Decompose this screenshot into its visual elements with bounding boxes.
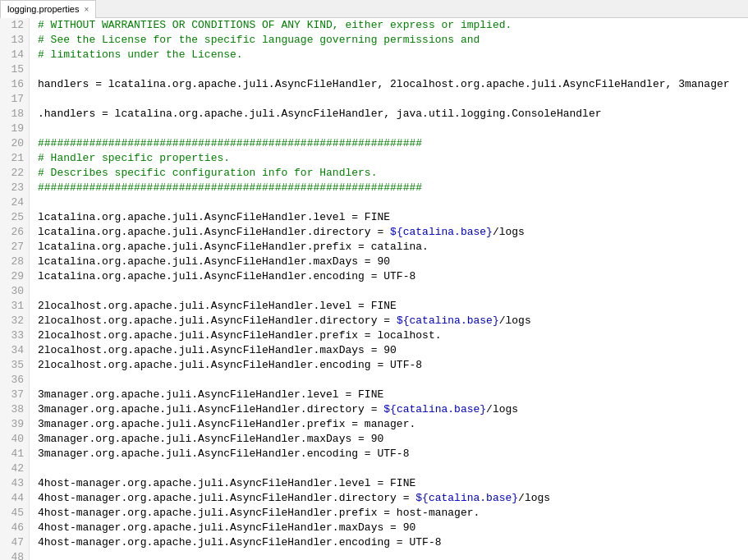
code-line — [38, 550, 748, 560]
line-number: 26 — [5, 225, 24, 240]
tab-bar: logging.properties × — [0, 0, 748, 18]
line-number: 19 — [5, 122, 24, 136]
line-number: 41 — [5, 447, 24, 461]
line-number: 39 — [5, 417, 24, 432]
code-line: 2localhost.org.apache.juli.AsyncFileHand… — [38, 299, 748, 314]
line-number: 28 — [5, 255, 24, 269]
code-line: lcatalina.org.apache.juli.AsyncFileHandl… — [38, 255, 748, 269]
code-line: 2localhost.org.apache.juli.AsyncFileHand… — [38, 314, 748, 328]
code-line: 4host-manager.org.apache.juli.AsyncFileH… — [38, 476, 748, 491]
line-number: 23 — [5, 181, 24, 195]
code-line: 4host-manager.org.apache.juli.AsyncFileH… — [38, 535, 748, 550]
line-number: 44 — [5, 491, 24, 506]
code-line: lcatalina.org.apache.juli.AsyncFileHandl… — [38, 225, 748, 240]
code-line: lcatalina.org.apache.juli.AsyncFileHandl… — [38, 269, 748, 284]
line-number: 36 — [5, 373, 24, 388]
line-number: 12 — [5, 18, 24, 33]
line-number: 34 — [5, 343, 24, 358]
code-line: .handlers = lcatalina.org.apache.juli.As… — [38, 107, 748, 122]
code-line — [38, 122, 748, 136]
code-line: 3manager.org.apache.juli.AsyncFileHandle… — [38, 447, 748, 461]
code-content[interactable]: # WITHOUT WARRANTIES OR CONDITIONS OF AN… — [30, 18, 748, 560]
line-number: 31 — [5, 299, 24, 314]
code-line: # WITHOUT WARRANTIES OR CONDITIONS OF AN… — [38, 18, 748, 33]
line-number: 43 — [5, 476, 24, 491]
code-line: lcatalina.org.apache.juli.AsyncFileHandl… — [38, 210, 748, 225]
line-number: 46 — [5, 521, 24, 535]
code-line: 3manager.org.apache.juli.AsyncFileHandle… — [38, 432, 748, 447]
line-number: 37 — [5, 388, 24, 402]
line-number: 21 — [5, 151, 24, 166]
line-number: 32 — [5, 314, 24, 328]
code-line — [38, 284, 748, 299]
code-line — [38, 195, 748, 210]
tab-label: logging.properties — [7, 4, 79, 14]
code-line: # Handler specific properties. — [38, 151, 748, 166]
code-line: handlers = lcatalina.org.apache.juli.Asy… — [38, 77, 748, 92]
line-number: 35 — [5, 358, 24, 373]
code-line: # See the License for the specific langu… — [38, 33, 748, 48]
line-number: 42 — [5, 461, 24, 476]
line-number: 24 — [5, 195, 24, 210]
line-numbers: 1213141516171819202122232425262728293031… — [0, 18, 30, 560]
code-line — [38, 92, 748, 107]
code-line: 2localhost.org.apache.juli.AsyncFileHand… — [38, 328, 748, 343]
code-line — [38, 373, 748, 388]
line-number: 40 — [5, 432, 24, 447]
code-line: 4host-manager.org.apache.juli.AsyncFileH… — [38, 491, 748, 506]
line-number: 20 — [5, 136, 24, 151]
code-line: 3manager.org.apache.juli.AsyncFileHandle… — [38, 417, 748, 432]
line-number: 22 — [5, 166, 24, 181]
editor-area: 1213141516171819202122232425262728293031… — [0, 18, 748, 560]
line-number: 18 — [5, 107, 24, 122]
code-line: # limitations under the License. — [38, 48, 748, 62]
code-line: 3manager.org.apache.juli.AsyncFileHandle… — [38, 388, 748, 402]
code-line: ########################################… — [38, 136, 748, 151]
close-icon[interactable]: × — [84, 5, 89, 14]
code-line — [38, 461, 748, 476]
code-line: # Describes specific configuration info … — [38, 166, 748, 181]
line-number: 17 — [5, 92, 24, 107]
code-line: 3manager.org.apache.juli.AsyncFileHandle… — [38, 402, 748, 417]
line-number: 33 — [5, 328, 24, 343]
code-line: 4host-manager.org.apache.juli.AsyncFileH… — [38, 506, 748, 521]
code-line: ########################################… — [38, 181, 748, 195]
code-line: lcatalina.org.apache.juli.AsyncFileHandl… — [38, 240, 748, 255]
line-number: 30 — [5, 284, 24, 299]
code-line — [38, 62, 748, 77]
line-number: 38 — [5, 402, 24, 417]
tab-logging-properties[interactable]: logging.properties × — [0, 0, 96, 18]
line-number: 47 — [5, 535, 24, 550]
line-number: 13 — [5, 33, 24, 48]
line-number: 29 — [5, 269, 24, 284]
line-number: 48 — [5, 550, 24, 560]
line-number: 14 — [5, 48, 24, 62]
code-line: 2localhost.org.apache.juli.AsyncFileHand… — [38, 343, 748, 358]
line-number: 45 — [5, 506, 24, 521]
line-number: 15 — [5, 62, 24, 77]
code-line: 4host-manager.org.apache.juli.AsyncFileH… — [38, 521, 748, 535]
line-number: 25 — [5, 210, 24, 225]
line-number: 27 — [5, 240, 24, 255]
line-number: 16 — [5, 77, 24, 92]
code-line: 2localhost.org.apache.juli.AsyncFileHand… — [38, 358, 748, 373]
